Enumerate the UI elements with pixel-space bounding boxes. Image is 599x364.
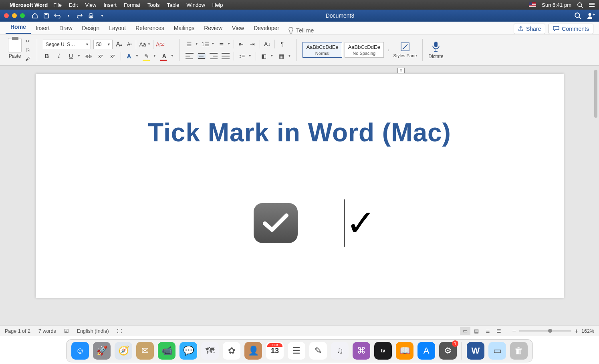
status-word-count[interactable]: 7 words — [38, 328, 56, 334]
comments-button[interactable]: Comments — [549, 24, 593, 34]
zoom-slider-knob[interactable] — [548, 329, 552, 333]
dock-app-facetime[interactable]: 📹 — [158, 342, 175, 360]
tab-view[interactable]: View — [227, 22, 249, 34]
highlight-icon[interactable]: ✎ — [143, 52, 151, 60]
dock-app-trash[interactable]: 🗑 — [510, 342, 528, 360]
chevron-down-icon[interactable]: ▼ — [248, 54, 252, 58]
shading-icon[interactable]: ◧ — [260, 52, 268, 60]
vertical-scrollbar[interactable] — [593, 66, 598, 326]
tab-layout[interactable]: Layout — [104, 22, 131, 34]
input-flag-icon[interactable] — [529, 2, 536, 7]
scrollbar-thumb[interactable] — [594, 70, 597, 118]
clear-formatting-icon[interactable]: A⌫ — [156, 40, 165, 48]
dock-app-notes[interactable]: ✎ — [309, 342, 327, 360]
zoom-out-button[interactable]: − — [512, 328, 516, 335]
dock-app-photos[interactable]: ✿ — [223, 342, 240, 360]
menu-table[interactable]: Table — [167, 2, 179, 8]
undo-icon[interactable] — [54, 12, 61, 19]
tab-insert[interactable]: Insert — [31, 22, 54, 34]
qat-customize-icon[interactable]: ▼ — [99, 12, 106, 19]
bold-button[interactable]: B — [43, 52, 51, 60]
show-marks-icon[interactable]: ¶ — [278, 40, 286, 48]
format-painter-icon[interactable]: 🖌 — [24, 56, 31, 62]
tab-review[interactable]: Review — [199, 22, 227, 34]
tab-developer[interactable]: Developer — [249, 22, 284, 34]
line-spacing-icon[interactable]: ↕≡ — [238, 52, 246, 60]
dock-app-appletv[interactable]: tv — [374, 342, 392, 360]
dock-app-desktop[interactable]: ▭ — [488, 342, 506, 360]
paste-button[interactable] — [8, 38, 22, 52]
style-normal[interactable]: AaBbCcDdEe Normal — [303, 42, 342, 58]
search-icon[interactable] — [574, 12, 581, 19]
change-case-icon[interactable]: Aa — [139, 40, 147, 48]
dock-app-appstore[interactable]: A — [417, 342, 435, 360]
underline-button[interactable]: U — [67, 52, 75, 60]
zoom-value[interactable]: 162% — [581, 328, 594, 334]
menu-view[interactable]: View — [85, 2, 96, 8]
dock-app-settings[interactable]: ⚙ — [439, 342, 457, 360]
menu-insert[interactable]: Insert — [103, 2, 117, 8]
tab-design[interactable]: Design — [77, 22, 105, 34]
tab-mailings[interactable]: Mailings — [169, 22, 199, 34]
subscript-button[interactable]: x2 — [97, 52, 105, 60]
increase-indent-icon[interactable]: ⇥ — [248, 40, 256, 48]
chevron-down-icon[interactable]: ▼ — [211, 42, 214, 46]
menu-help[interactable]: Help — [212, 2, 223, 8]
status-page[interactable]: Page 1 of 2 — [5, 328, 30, 334]
styles-more-icon[interactable]: › — [388, 48, 389, 52]
dock-app-word[interactable]: W — [467, 342, 484, 360]
sort-icon[interactable]: A↓ — [263, 40, 271, 48]
chevron-down-icon[interactable]: ▼ — [270, 54, 274, 58]
chevron-down-icon[interactable]: ▼ — [153, 54, 156, 58]
accessibility-icon[interactable]: ⛶ — [117, 328, 122, 334]
menubar-app-name[interactable]: Microsoft Word — [10, 2, 48, 8]
share-button[interactable]: Share — [514, 24, 545, 34]
borders-icon[interactable]: ▦ — [278, 52, 286, 60]
menu-file[interactable]: File — [53, 2, 62, 8]
menu-tools[interactable]: Tools — [147, 2, 159, 8]
superscript-button[interactable]: x2 — [109, 52, 117, 60]
dock-app-calendar[interactable]: FEB13 — [266, 342, 284, 360]
status-language[interactable]: English (India) — [77, 328, 109, 334]
chevron-down-icon[interactable]: ▼ — [147, 42, 151, 46]
document-area[interactable]: ⇕ Tick Mark in Word (Mac) ✓ — [0, 66, 599, 326]
tab-draw[interactable]: Draw — [54, 22, 77, 34]
dock-app-safari[interactable]: 🧭 — [115, 342, 132, 360]
align-left-icon[interactable] — [186, 53, 194, 59]
dock-app-books[interactable]: 📖 — [396, 342, 413, 360]
justify-icon[interactable] — [222, 53, 230, 59]
read-mode-view-icon[interactable]: ▤ — [471, 327, 482, 335]
decrease-indent-icon[interactable]: ⇤ — [237, 40, 245, 48]
tab-references[interactable]: References — [131, 22, 169, 34]
font-name-select[interactable]: Segoe UI S…▼ — [43, 40, 91, 49]
text-effects-icon[interactable]: A — [125, 52, 133, 60]
undo-dropdown-icon[interactable]: ▼ — [65, 12, 72, 19]
save-icon[interactable] — [42, 12, 50, 19]
menubar-clock[interactable]: Sun 6:41 pm — [542, 2, 571, 8]
shrink-font-icon[interactable]: A▾ — [125, 40, 133, 48]
align-right-icon[interactable] — [210, 53, 218, 59]
menu-window[interactable]: Window — [187, 2, 205, 8]
tell-me-search[interactable]: Tell me — [288, 27, 314, 34]
redo-icon[interactable] — [76, 12, 83, 19]
dock-app-maps[interactable]: 🗺 — [201, 342, 219, 360]
chevron-down-icon[interactable]: ▼ — [171, 54, 174, 58]
spotlight-icon[interactable] — [577, 2, 583, 8]
document-page[interactable]: Tick Mark in Word (Mac) ✓ — [36, 74, 564, 298]
dock-app-contacts[interactable]: 👤 — [244, 342, 262, 360]
dock-app-launchpad[interactable]: 🚀 — [93, 342, 111, 360]
print-layout-view-icon[interactable]: ▭ — [460, 327, 470, 335]
font-size-select[interactable]: 50▼ — [93, 40, 113, 49]
chevron-down-icon[interactable]: ▼ — [288, 54, 291, 58]
zoom-slider[interactable] — [519, 330, 571, 332]
numbering-icon[interactable]: 1☰ — [202, 40, 210, 48]
bullets-icon[interactable]: ☰ — [186, 40, 194, 48]
print-icon[interactable] — [87, 12, 95, 19]
chevron-down-icon[interactable]: ▼ — [227, 42, 230, 46]
account-icon[interactable]: + — [587, 12, 595, 19]
cut-icon[interactable]: ✂ — [24, 38, 31, 44]
chevron-down-icon[interactable]: ▼ — [135, 54, 139, 58]
font-color-icon[interactable]: A — [160, 52, 168, 60]
menu-edit[interactable]: Edit — [69, 2, 78, 8]
dictate-button[interactable]: Dictate — [424, 34, 447, 65]
